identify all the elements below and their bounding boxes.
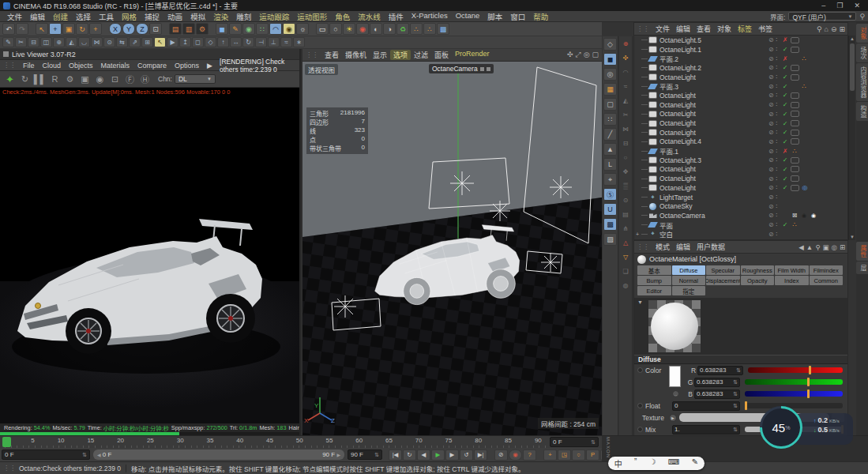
attribute-menu-item[interactable]: 模式 [652,242,673,252]
ime-tools-icon[interactable]: ✎ [692,457,698,469]
enable-toggle[interactable]: ✓ [781,92,789,99]
visibility-dots-icon[interactable] [776,138,781,145]
menu-item[interactable]: 脚本 [483,11,506,22]
viewport-canvas[interactable]: 透视视图 OctaneCamera 三角形2181996四边形7线323点0带状… [302,62,602,435]
collapse-icon[interactable]: ⊖ [831,25,837,33]
object-type-icon[interactable] [648,156,657,164]
play-button[interactable]: ▶ [431,450,445,461]
visibility-dots-icon[interactable] [776,55,781,62]
channel-dropdown[interactable]: DL▼ [175,74,216,84]
back-icon[interactable]: ◀ [798,243,804,251]
menu-item[interactable]: 运动跟踪 [255,11,293,22]
layer-icon[interactable] [768,120,776,127]
channel-button[interactable]: 基本 [637,265,671,275]
channel-button[interactable]: Roughness [741,265,775,275]
viewport-solo-icon[interactable]: ✣ [620,52,631,63]
om-menu-item[interactable]: 编辑 [673,24,693,34]
object-type-icon[interactable] [648,92,657,99]
inner-extrude-icon[interactable]: ◻ [192,37,204,47]
up-icon[interactable]: ▲ [806,243,813,251]
render-settings-icon[interactable]: ⚙ [63,73,77,86]
sculpt-inflate-icon[interactable]: ○ [620,152,631,163]
uv-mode-icon[interactable]: ▢ [603,98,617,111]
object-tag-icon[interactable] [791,175,799,182]
object-tag-icon[interactable]: ◎ [801,184,809,191]
object-tag-icon[interactable]: ◉ [810,212,817,219]
object-tag-icon[interactable] [801,129,809,136]
menu-item[interactable]: X-Particles [408,11,452,22]
visibility-dots-icon[interactable] [776,212,781,219]
object-type-icon[interactable] [648,46,657,53]
visibility-dots-icon[interactable] [776,64,781,71]
channel-button[interactable]: Index [775,276,809,285]
object-name[interactable]: OctaneLight [659,92,768,100]
object-tag-icon[interactable] [801,166,809,173]
pen-tool-icon[interactable]: ✎ [229,23,242,35]
render-region-icon[interactable]: ▥ [182,23,195,35]
workplane-mode-icon[interactable]: ▦ [603,83,617,96]
normal-scale-icon[interactable]: ↔ [230,37,242,47]
layer-icon[interactable] [768,194,776,201]
manager-tab[interactable]: 内容浏览器 [856,63,868,101]
object-tag-icon[interactable] [801,36,809,43]
network-monitor-overlay[interactable]: ↑ 0.2 KB/s ↓ 0.5 KB/s 45% [760,406,855,452]
object-tag-icon[interactable] [791,92,799,99]
visibility-dots-icon[interactable] [776,166,781,173]
material-preview[interactable]: ▼ [634,298,847,355]
object-type-icon[interactable] [648,194,657,201]
visibility-dots-icon[interactable] [776,83,781,90]
object-name[interactable]: OctaneLight.4 [659,137,768,145]
channel-button[interactable]: Specular [706,265,740,275]
object-type-icon[interactable] [648,166,657,173]
viewport-menu-item[interactable]: 面板 [431,50,452,60]
object-tag-icon[interactable] [810,120,818,127]
snap-icon[interactable]: U [603,203,617,216]
enable-toggle[interactable]: ✓ [781,221,789,228]
mirror-icon[interactable]: ⋈ [91,37,103,47]
object-name[interactable]: 平面.2 [659,54,768,63]
visibility-dots-icon[interactable] [776,92,781,99]
layer-icon[interactable] [768,203,776,210]
camera-label[interactable]: OctaneCamera [429,64,494,73]
object-tag-icon[interactable] [801,73,809,81]
object-row[interactable]: OctaneLight ✓ [634,110,847,119]
visibility-dots-icon[interactable] [776,148,781,155]
visibility-dots-icon[interactable] [776,184,781,191]
magnet-icon[interactable]: ◡ [78,37,90,47]
menu-item[interactable]: 选择 [72,11,95,22]
interface-search-icon[interactable]: ⚲ [859,13,865,21]
object-type-icon[interactable] [648,83,657,90]
layer-icon[interactable] [768,83,776,90]
timeline-playhead[interactable] [2,437,11,447]
solo-mode-icon[interactable]: Ⓢ [603,188,617,201]
ime-toolbar[interactable]: 中”☽⌨✎ [608,457,705,470]
object-tag-icon[interactable] [791,231,798,237]
anim-dot-icon[interactable] [637,367,643,373]
manager-tab[interactable]: 场次 [856,43,868,62]
matrix-extrude-icon[interactable]: ⊞ [141,37,153,47]
layer-icon[interactable] [768,64,776,71]
object-row[interactable]: OctaneLight.5 ✗ [634,36,847,45]
layer-icon[interactable] [768,92,776,99]
object-name[interactable]: LightTarget [659,194,768,201]
convert-icon[interactable]: ◇ [603,38,617,51]
scroll-up-icon[interactable]: ▲ [849,36,855,41]
bend-deformer-icon[interactable]: ◠ [269,23,282,35]
split-icon[interactable]: ⊣ [255,37,267,47]
brush-icon[interactable]: ◭ [66,37,77,47]
object-tag-icon[interactable] [791,37,799,43]
object-row[interactable]: OctaneCamera ⊠ ◉ ◉ [634,211,847,220]
object-type-icon[interactable] [648,64,657,71]
enable-toggle[interactable]: ✓ [781,156,789,164]
model-mode-icon[interactable]: ◼ [603,53,617,66]
layer-icon[interactable] [768,46,776,53]
sculpt-pull-icon[interactable]: ◠ [620,66,631,77]
lock-icon[interactable]: ▣ [822,243,829,251]
subdivision-surface-icon[interactable]: ◉ [242,23,255,35]
channel-button[interactable]: Displacement [706,276,740,285]
auto-switch-mode-icon[interactable]: ↖ [154,37,166,47]
object-row[interactable]: OctaneLight ✓ [634,128,847,137]
material-picker-icon[interactable]: Ⓗ [138,73,152,86]
enable-toggle[interactable]: ✓ [781,111,789,118]
key-position-button[interactable]: + [543,450,557,461]
